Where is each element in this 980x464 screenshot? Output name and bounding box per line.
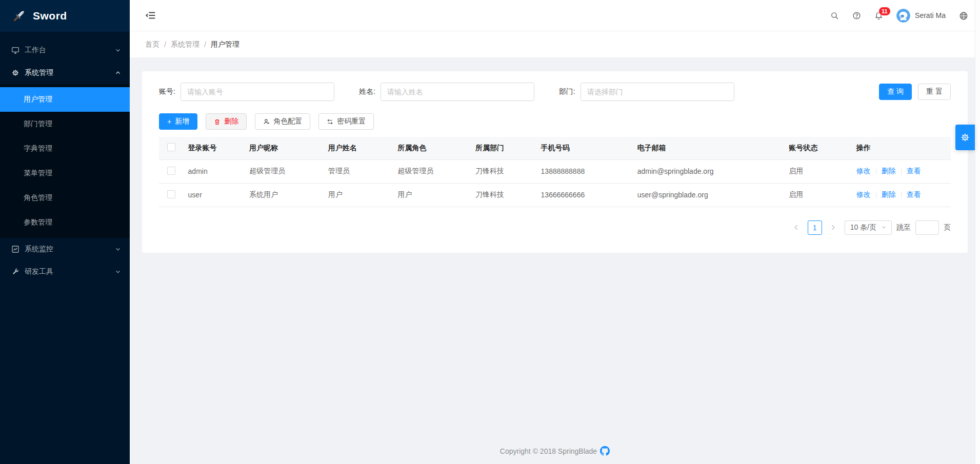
delete-button[interactable]: 删除 — [206, 113, 247, 130]
breadcrumb: 首页 / 系统管理 / 用户管理 — [130, 31, 980, 57]
app-root: Sword 工作台 — [0, 0, 980, 464]
sidebar-nav: 工作台 系统管理 用户管理 — [0, 32, 130, 283]
sidebar-item-label: 部门管理 — [24, 119, 52, 129]
view-link[interactable]: 查看 — [907, 167, 921, 175]
sidebar-item-menu-mgmt[interactable]: 菜单管理 — [0, 161, 130, 186]
sidebar-item-label: 工作台 — [25, 46, 115, 55]
cell-email: user@springblade.org — [633, 183, 785, 207]
breadcrumb-section[interactable]: 系统管理 — [171, 40, 199, 49]
swap-icon — [327, 118, 333, 125]
user-management-card: 账号: 姓名: 部门: 查 询 — [142, 71, 968, 253]
name-input[interactable] — [381, 83, 534, 101]
delete-button-label: 删除 — [224, 117, 238, 126]
add-button-label: 新增 — [175, 117, 189, 126]
cell-nickname: 系统用户 — [245, 183, 324, 207]
row-checkbox[interactable] — [167, 167, 175, 175]
main-area: 11 Serati Ma — [130, 0, 980, 464]
sidebar: Sword 工作台 — [0, 0, 130, 464]
password-reset-button[interactable]: 密码重置 — [318, 113, 374, 130]
globe-icon[interactable] — [959, 11, 968, 20]
header-controls: 11 Serati Ma — [830, 9, 968, 23]
sidebar-item-param-mgmt[interactable]: 参数管理 — [0, 210, 130, 235]
add-button[interactable]: + 新增 — [159, 113, 197, 130]
page-number-1[interactable]: 1 — [808, 220, 822, 235]
cell-phone: 13666666666 — [537, 183, 633, 207]
delete-link[interactable]: 删除 — [882, 190, 896, 198]
cell-email: admin@springblade.org — [633, 159, 785, 183]
app-logo[interactable]: Sword — [0, 0, 130, 32]
view-link[interactable]: 查看 — [907, 190, 921, 198]
cell-status: 启用 — [785, 159, 852, 183]
account-input[interactable] — [181, 83, 334, 101]
chevron-up-icon — [115, 70, 121, 75]
divider — [901, 168, 902, 175]
cell-status: 启用 — [785, 183, 852, 207]
sidebar-item-system-mgmt[interactable]: 系统管理 — [0, 62, 130, 84]
sidebar-item-dict-mgmt[interactable]: 字典管理 — [0, 136, 130, 161]
row-checkbox[interactable] — [167, 190, 175, 198]
sidebar-item-label: 系统管理 — [25, 68, 115, 77]
edit-link[interactable]: 修改 — [856, 167, 871, 175]
user-menu[interactable]: Serati Ma — [896, 9, 946, 23]
breadcrumb-current: 用户管理 — [211, 40, 239, 49]
help-icon[interactable] — [852, 11, 861, 20]
menu-fold-icon[interactable] — [145, 10, 156, 21]
top-header: 11 Serati Ma — [130, 0, 980, 31]
next-page-icon[interactable] — [827, 221, 840, 234]
sidebar-item-label: 研发工具 — [25, 267, 115, 276]
col-nickname: 用户昵称 — [245, 137, 324, 159]
sidebar-item-label: 系统监控 — [25, 245, 115, 254]
sidebar-item-dev-tools[interactable]: 研发工具 — [0, 260, 130, 283]
role-config-button-label: 角色配置 — [273, 117, 302, 126]
settings-gear-icon — [960, 132, 970, 143]
page-content: 账号: 姓名: 部门: 查 询 — [130, 57, 980, 464]
table-header-row: 登录账号 用户昵称 用户姓名 所属角色 所属部门 手机号码 电子邮箱 账号状态 … — [159, 137, 951, 159]
cell-role: 超级管理员 — [393, 159, 471, 183]
edit-link[interactable]: 修改 — [856, 190, 871, 198]
sidebar-item-label: 用户管理 — [24, 95, 52, 104]
monitor-icon — [11, 46, 19, 54]
password-reset-button-label: 密码重置 — [337, 117, 366, 126]
role-config-button[interactable]: 角色配置 — [255, 113, 310, 130]
trash-icon — [214, 118, 221, 125]
copyright-text: Copyright © 2018 SpringBlade — [500, 447, 597, 455]
chevron-down-icon — [115, 269, 121, 274]
cell-account: admin — [184, 159, 245, 183]
delete-link[interactable]: 删除 — [882, 167, 896, 175]
github-icon[interactable] — [600, 446, 610, 456]
gear-icon — [11, 69, 19, 77]
sidebar-item-label: 菜单管理 — [24, 169, 52, 178]
col-email: 电子邮箱 — [633, 137, 785, 159]
dept-select[interactable] — [581, 83, 734, 101]
chevron-down-icon — [882, 225, 886, 230]
divider — [901, 192, 902, 198]
prev-page-icon[interactable] — [790, 221, 803, 234]
cell-name: 用户 — [324, 183, 394, 207]
sidebar-item-dept-mgmt[interactable]: 部门管理 — [0, 112, 130, 136]
cell-name: 管理员 — [324, 159, 394, 183]
chevron-down-icon — [115, 48, 121, 53]
sidebar-item-label: 参数管理 — [24, 218, 52, 227]
notifications-button[interactable]: 11 — [874, 11, 883, 20]
table-row: admin 超级管理员 管理员 超级管理员 刀锋科技 13888888888 a… — [159, 159, 951, 183]
filter-dept: 部门: — [559, 83, 734, 101]
search-button[interactable]: 查 询 — [879, 84, 912, 100]
sidebar-item-system-monitor[interactable]: 系统监控 — [0, 238, 130, 260]
scrollbar-track[interactable] — [975, 0, 980, 464]
search-icon[interactable] — [830, 11, 839, 20]
cell-ops: 修改删除查看 — [852, 183, 951, 207]
page-size-select[interactable]: 10 条/页 — [845, 220, 892, 235]
sidebar-item-role-mgmt[interactable]: 角色管理 — [0, 186, 130, 210]
reset-button-label: 重 置 — [926, 87, 943, 96]
breadcrumb-separator: / — [164, 41, 166, 49]
select-all-checkbox[interactable] — [167, 143, 175, 151]
filter-form: 账号: 姓名: 部门: 查 询 — [159, 83, 951, 101]
reset-button[interactable]: 重 置 — [918, 84, 951, 100]
settings-button[interactable] — [955, 125, 975, 150]
jump-page-input[interactable] — [915, 220, 939, 235]
filter-account: 账号: — [159, 83, 334, 101]
sidebar-item-user-mgmt[interactable]: 用户管理 — [0, 87, 130, 112]
pagination: 1 10 条/页 跳至 页 — [159, 220, 951, 235]
sidebar-item-workbench[interactable]: 工作台 — [0, 39, 130, 62]
breadcrumb-home[interactable]: 首页 — [145, 40, 159, 49]
